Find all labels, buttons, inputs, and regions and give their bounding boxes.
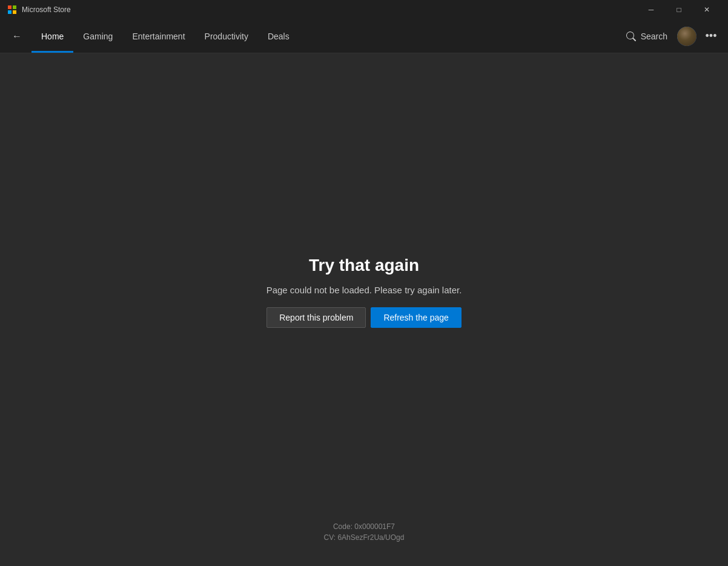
nav-item-home[interactable]: Home (31, 19, 73, 53)
back-button[interactable]: ← (5, 24, 29, 48)
nav-items: Home Gaming Entertainment Productivity D… (31, 19, 619, 53)
title-bar: Microsoft Store ─ □ ✕ (0, 0, 728, 19)
search-label: Search (641, 32, 667, 41)
search-icon (626, 32, 636, 41)
avatar-image (677, 27, 697, 46)
nav-item-gaming[interactable]: Gaming (73, 19, 122, 53)
window-controls: ─ □ ✕ (637, 0, 721, 19)
nav-bar: ← Home Gaming Entertainment Productivity… (0, 19, 728, 53)
error-title: Try that again (309, 256, 419, 275)
svg-rect-1 (13, 5, 16, 9)
title-bar-left: Microsoft Store (7, 5, 71, 15)
error-buttons: Report this problem Refresh the page (266, 307, 462, 328)
app-title: Microsoft Store (22, 5, 71, 14)
error-cv: CV: 6AhSezFr2Ua/UOgd (324, 533, 405, 542)
app-icon (7, 5, 17, 15)
svg-rect-2 (8, 10, 12, 14)
error-subtitle: Page could not be loaded. Please try aga… (266, 285, 462, 295)
nav-item-entertainment[interactable]: Entertainment (122, 19, 194, 53)
error-code: Code: 0x000001F7 (333, 522, 395, 531)
svg-rect-3 (13, 10, 16, 14)
error-container: Try that again Page could not be loaded.… (266, 256, 462, 328)
minimize-button[interactable]: ─ (637, 0, 665, 19)
refresh-page-button[interactable]: Refresh the page (371, 307, 461, 328)
report-problem-button[interactable]: Report this problem (266, 307, 366, 328)
main-content: Try that again Page could not be loaded.… (0, 53, 728, 566)
footer: Code: 0x000001F7 CV: 6AhSezFr2Ua/UOgd (0, 522, 728, 542)
close-button[interactable]: ✕ (693, 0, 721, 19)
nav-right: Search ••• (619, 24, 723, 48)
nav-item-deals[interactable]: Deals (258, 19, 299, 53)
search-button[interactable]: Search (619, 27, 675, 46)
more-button[interactable]: ••• (699, 24, 723, 48)
svg-rect-0 (8, 5, 12, 9)
avatar[interactable] (677, 27, 697, 46)
nav-item-productivity[interactable]: Productivity (195, 19, 258, 53)
maximize-button[interactable]: □ (665, 0, 693, 19)
